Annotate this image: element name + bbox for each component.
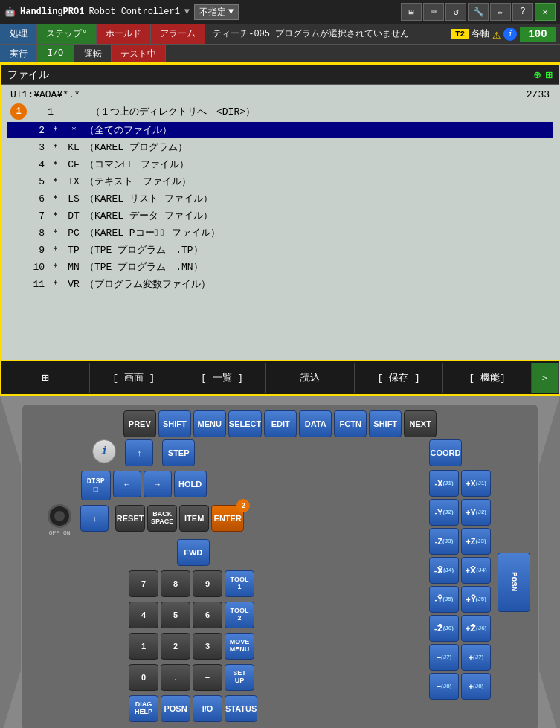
pos-y2-btn[interactable]: +Ȳ(J5): [461, 586, 491, 613]
shift-btn-right[interactable]: SHIFT: [369, 410, 402, 437]
help-icon-btn[interactable]: ?: [512, 3, 533, 21]
select-btn[interactable]: SELECT: [228, 410, 262, 437]
setup-btn[interactable]: SETUP: [225, 664, 254, 691]
percent-display: 100: [520, 27, 556, 42]
edit-btn[interactable]: EDIT: [264, 410, 297, 437]
off-on-switch[interactable]: OFF ON: [43, 505, 76, 535]
data-btn[interactable]: DATA: [299, 410, 332, 437]
grid-icon-btn[interactable]: ⊞: [401, 3, 422, 21]
file-row-9[interactable]: 9 ＊ TP （TPE プログラム .TP）: [7, 242, 553, 258]
posn-bottom-btn[interactable]: POSN: [161, 695, 190, 722]
diag-help-btn[interactable]: DIAGHELP: [129, 695, 158, 722]
num8-btn[interactable]: 8: [161, 570, 190, 597]
tools-icon-btn[interactable]: 🔧: [468, 3, 489, 21]
coord-btn[interactable]: COORD: [429, 439, 462, 466]
step-btn[interactable]: STEP: [162, 439, 195, 466]
minus-btn[interactable]: −: [193, 664, 222, 691]
pos-y-btn[interactable]: +Y(J2): [461, 499, 491, 526]
menu-alarm[interactable]: アラーム: [151, 24, 205, 44]
reset-btn[interactable]: RESET: [115, 505, 145, 532]
pos-p2-btn[interactable]: +(J8): [461, 673, 491, 700]
refresh-icon-btn[interactable]: ↺: [445, 3, 466, 21]
edit-icon-btn[interactable]: ✏: [490, 3, 511, 21]
io-bottom-btn[interactable]: I/O: [193, 695, 222, 722]
function-btn[interactable]: [ 機能]: [443, 363, 532, 393]
file-row-6[interactable]: 6 ＊ LS （KAREL リスト ファイル）: [7, 190, 553, 207]
list-btn[interactable]: [ 一覧 ]: [178, 363, 267, 393]
neg-z-btn[interactable]: -Z(J3): [429, 528, 459, 555]
kb-row-5: FWD: [30, 539, 257, 566]
info-btn[interactable]: i: [92, 439, 116, 463]
file-row-11[interactable]: 11 ＊ VR （プログラム変数ファイル）: [7, 276, 553, 292]
file-row-4[interactable]: 4 ＊ CF （コマンドﾞ ファイル）: [7, 156, 553, 173]
next-btn[interactable]: NEXT: [404, 410, 437, 437]
keyboard-icon-btn[interactable]: ⌨: [423, 3, 444, 21]
num4-btn[interactable]: 4: [129, 602, 158, 628]
posn-side-btn[interactable]: POSN: [498, 553, 530, 612]
shift-btn-left[interactable]: SHIFT: [158, 410, 191, 437]
pos-z2-btn[interactable]: +Z̄(J6): [461, 615, 491, 642]
file-row-1[interactable]: 1 1 （１つ上のディレクトリへ <DIR>）: [7, 102, 553, 121]
num7-btn[interactable]: 7: [129, 570, 158, 597]
arrow-down-btn[interactable]: ↓: [80, 505, 109, 532]
pos-z-btn[interactable]: +Z(J3): [461, 528, 491, 555]
tool1-btn[interactable]: TOOL1: [225, 570, 254, 597]
file-row-8[interactable]: 8 ＊ PC （KAREL Pコードﾞ ファイル）: [7, 225, 553, 241]
neg-x-btn[interactable]: -X(J1): [429, 470, 459, 497]
menu-btn-kb[interactable]: MENU: [193, 410, 226, 437]
neg-p-btn[interactable]: −(J7): [429, 644, 459, 671]
neg-z2-btn[interactable]: -Z̄(J6): [429, 615, 459, 642]
tool2-btn[interactable]: TOOL2: [225, 602, 254, 628]
pos-x2-btn[interactable]: +X̄(J4): [461, 557, 491, 584]
num5-btn[interactable]: 5: [161, 602, 190, 628]
arrow-up-btn[interactable]: ↑: [125, 439, 153, 466]
arrow-right-btn[interactable]: →: [144, 471, 172, 497]
move-menu-btn[interactable]: MOVEMENU: [225, 633, 254, 660]
fctn-btn[interactable]: FCTN: [334, 410, 367, 437]
file-row-7[interactable]: 7 ＊ DT （KAREL データ ファイル）: [7, 207, 553, 224]
prev-btn[interactable]: PREV: [123, 410, 156, 437]
app-name: HandlingPRO1: [20, 7, 84, 17]
dot-btn[interactable]: .: [161, 664, 190, 691]
item-btn[interactable]: ITEM: [179, 505, 209, 532]
neg-p2-btn[interactable]: −(J8): [429, 673, 459, 700]
pos-x-btn[interactable]: +X(J1): [461, 470, 491, 497]
menu-shori[interactable]: 処理: [0, 24, 37, 44]
num2-btn[interactable]: 2: [161, 633, 190, 660]
menu-step[interactable]: ステップ°: [37, 24, 97, 44]
status-bottom-btn[interactable]: STATUS: [225, 695, 257, 722]
next-arrow-btn[interactable]: ＞: [532, 363, 559, 393]
menu-jikko[interactable]: 実行: [0, 45, 37, 62]
num9-btn[interactable]: 9: [193, 570, 222, 597]
screen-btn[interactable]: [ 画面 ]: [90, 363, 178, 393]
arrow-left-btn[interactable]: ←: [113, 471, 141, 497]
pos-p-btn[interactable]: +(J7): [461, 644, 491, 671]
num6-btn[interactable]: 6: [193, 602, 222, 628]
file-row-10[interactable]: 10 ＊ MN （TPE プログラム .MN）: [7, 259, 553, 275]
file-row-5[interactable]: 5 ＊ TX （テキスト ファイル）: [7, 173, 553, 190]
save-btn[interactable]: [ 保存 ]: [355, 363, 443, 393]
disp-btn[interactable]: DISP □: [81, 471, 111, 500]
neg-y2-btn[interactable]: -Ȳ(J5): [429, 586, 459, 613]
neg-x2-btn[interactable]: -X̄(J4): [429, 557, 459, 584]
num1-btn[interactable]: 1: [129, 633, 158, 660]
file-row-3[interactable]: 3 ＊ KL （KAREL プログラム）: [7, 139, 553, 155]
menu-undo[interactable]: 運転: [74, 45, 112, 62]
file-row-2[interactable]: 2 ＊ ＊ （全てのファイル）: [7, 122, 553, 138]
menu-test[interactable]: テスト中: [112, 45, 166, 62]
neg-y-btn[interactable]: -Y(J2): [429, 499, 459, 526]
menu-hold[interactable]: ホールド: [97, 24, 151, 44]
hold-btn[interactable]: HOLD: [174, 471, 207, 497]
backspace-btn[interactable]: BACKSPACE: [147, 505, 177, 532]
num0-btn[interactable]: 0: [129, 664, 158, 691]
layout-icon[interactable]: ⊞: [545, 68, 553, 83]
load-btn[interactable]: 読込: [266, 363, 355, 393]
fwd-btn[interactable]: FWD: [177, 539, 210, 566]
unspecified-dropdown[interactable]: 不指定 ▼: [194, 4, 239, 20]
menu-io[interactable]: I/O: [37, 45, 74, 62]
num3-btn[interactable]: 3: [193, 633, 222, 660]
controller-name[interactable]: Robot Controller1: [88, 7, 179, 17]
grid-btn[interactable]: ⊞: [1, 363, 90, 393]
zoom-icon[interactable]: ⊕: [534, 68, 541, 83]
close-icon-btn[interactable]: ✕: [535, 3, 556, 21]
